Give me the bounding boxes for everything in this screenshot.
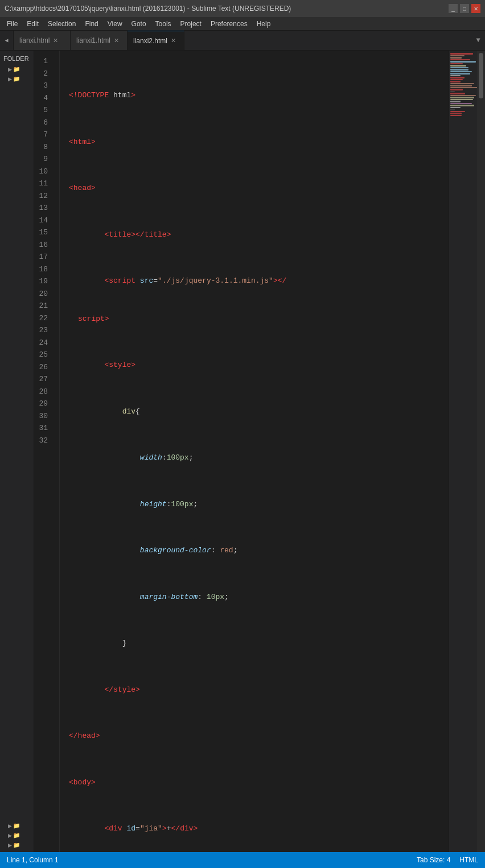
- code-line-1: <!DOCTYPE html >: [69, 89, 449, 102]
- sidebar-item-bottom-2[interactable]: ▶ 📁: [0, 830, 34, 840]
- minimap-line-11: [450, 73, 470, 75]
- menu-preferences[interactable]: Preferences: [206, 19, 252, 29]
- minimap-line-1: [450, 53, 473, 55]
- l16-sp: [122, 822, 127, 835]
- tab-close-lianxi[interactable]: ✕: [53, 37, 58, 44]
- tab-lianxi2[interactable]: lianxi2.html ✕: [128, 31, 184, 50]
- l6-close: >: [131, 359, 135, 371]
- tabbar: ◀ lianxi.html ✕ lianxi1.html ✕ lianxi2.h…: [0, 31, 485, 51]
- code-lines[interactable]: <!DOCTYPE html > < html > < head >: [60, 51, 449, 852]
- l4-indent: [69, 229, 104, 241]
- l11-semi: ;: [224, 591, 229, 604]
- l11-prop: margin-bottom: [140, 591, 198, 604]
- l7-indent: [69, 406, 122, 418]
- l16-val: "jia": [140, 822, 162, 835]
- minimap-line-15: [450, 81, 461, 82]
- minimap-line-32: [450, 115, 462, 117]
- statusbar-left: Line 1, Column 1: [7, 856, 59, 864]
- line-numbers: 1 2 3 4 5 6 7 8 9 10 11 12 13 14 15 16 1…: [34, 51, 60, 852]
- minimap-line-19: [450, 89, 463, 90]
- l10-colon: :: [211, 544, 220, 557]
- tab-close-lianxi1[interactable]: ✕: [114, 37, 119, 44]
- tab-lianxi[interactable]: lianxi.html ✕: [14, 31, 71, 50]
- line-num-10: 10: [34, 166, 52, 178]
- l9-indent: [69, 498, 140, 511]
- sidebar-item-bottom-1[interactable]: ▶ 📁: [0, 821, 34, 830]
- sidebar-item-2[interactable]: ▶ 📁: [0, 74, 34, 84]
- l3-head: head: [73, 182, 91, 195]
- tab-close-lianxi2[interactable]: ✕: [171, 37, 176, 44]
- minimap[interactable]: [449, 51, 477, 852]
- tab-overflow[interactable]: ▼: [471, 31, 485, 50]
- l9-val: 100px: [171, 498, 193, 511]
- line-num-22: 22: [34, 312, 52, 325]
- l4-close2: >: [167, 229, 171, 241]
- menu-help[interactable]: Help: [252, 19, 276, 29]
- line-num-30: 30: [34, 410, 52, 423]
- l8-colon: :: [162, 452, 167, 464]
- l4-title: title: [109, 229, 131, 241]
- code-line-4: < title ></ title >: [69, 229, 449, 241]
- status-tab-size: Tab Size: 4: [417, 856, 450, 864]
- minimap-line-21: [450, 93, 465, 94]
- menu-tools[interactable]: Tools: [151, 19, 176, 29]
- scrollbar-thumb[interactable]: [479, 53, 483, 98]
- line-num-16: 16: [34, 239, 52, 251]
- menu-goto[interactable]: Goto: [127, 19, 151, 29]
- minimap-line-9: [450, 69, 468, 71]
- l9-prop: height: [140, 498, 167, 511]
- line-num-2: 2: [34, 68, 52, 80]
- line-num-24: 24: [34, 337, 52, 349]
- l5-eq: =: [153, 275, 158, 287]
- line-num-12: 12: [34, 190, 52, 202]
- titlebar: C:\xampp\htdocs\20170105\jquery\lianxi.h…: [0, 0, 485, 17]
- line-num-1: 1: [34, 55, 52, 68]
- l10-prop: background-color: [140, 544, 211, 557]
- l14-close: >: [96, 730, 100, 742]
- l5-close: ></: [273, 275, 286, 287]
- minimap-line-18: [450, 87, 477, 89]
- statusbar-right: Tab Size: 4 HTML: [417, 856, 478, 864]
- minimap-line-28: [450, 107, 461, 109]
- line-num-8: 8: [34, 141, 52, 154]
- arrow-icon-2: ▶: [8, 76, 12, 82]
- line-num-28: 28: [34, 386, 52, 398]
- l3-open: <: [69, 182, 73, 195]
- tab-label-lianxi: lianxi.html: [19, 36, 50, 44]
- minimap-line-17: [450, 85, 472, 86]
- close-button[interactable]: ✕: [471, 4, 480, 13]
- code-line-9: height : 100px ;: [69, 498, 449, 511]
- l10-indent: [69, 544, 140, 557]
- menu-project[interactable]: Project: [176, 19, 206, 29]
- l16-close3: >: [194, 822, 198, 835]
- scrollbar[interactable]: [477, 51, 485, 852]
- arrow-icon-b3: ▶: [8, 842, 12, 848]
- code-area[interactable]: 1 2 3 4 5 6 7 8 9 10 11 12 13 14 15 16 1…: [34, 51, 485, 852]
- maximize-button[interactable]: □: [460, 4, 469, 13]
- status-language: HTML: [459, 856, 478, 864]
- code-line-3: < head >: [69, 182, 449, 195]
- menu-view[interactable]: View: [103, 19, 127, 29]
- l7-div: div: [122, 406, 135, 418]
- line-num-32: 32: [34, 435, 52, 447]
- menu-find[interactable]: Find: [80, 19, 102, 29]
- l10-semi: ;: [233, 544, 238, 557]
- minimap-line-5: [450, 61, 476, 63]
- menu-selection[interactable]: Selection: [43, 19, 80, 29]
- line-num-14: 14: [34, 214, 52, 227]
- tab-scroll-left[interactable]: ◀: [0, 31, 14, 50]
- minimap-line-22: [450, 95, 476, 97]
- minimap-line-24: [450, 99, 473, 101]
- sidebar-item-bottom-3[interactable]: ▶ 📁: [0, 840, 34, 850]
- l12-brace: }: [122, 637, 127, 650]
- menu-file[interactable]: File: [2, 19, 22, 29]
- tab-lianxi1[interactable]: lianxi1.html ✕: [71, 31, 128, 50]
- minimize-button[interactable]: _: [449, 4, 458, 13]
- l16-plus: +: [167, 822, 171, 835]
- l5-sp: [135, 275, 140, 287]
- menu-edit[interactable]: Edit: [22, 19, 43, 29]
- code-line-10: background-color : red ;: [69, 544, 449, 557]
- sidebar-item-1[interactable]: ▶ 📁: [0, 64, 34, 74]
- l15-body: body: [73, 776, 91, 789]
- line-num-7: 7: [34, 129, 52, 141]
